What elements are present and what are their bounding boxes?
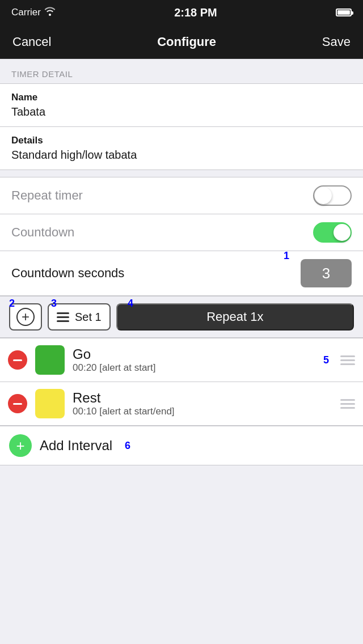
status-bar: Carrier 2:18 PM bbox=[0, 0, 363, 25]
bottom-spacer bbox=[0, 465, 363, 482]
countdown-seconds-row: Countdown seconds 1 3 bbox=[0, 251, 363, 296]
name-value[interactable]: Tabata bbox=[11, 105, 352, 118]
go-color-swatch bbox=[35, 345, 65, 375]
battery-icon bbox=[336, 9, 352, 16]
rest-name: Rest bbox=[73, 390, 321, 406]
name-row: Name Tabata bbox=[0, 84, 363, 127]
rest-color-swatch bbox=[35, 389, 65, 418]
cancel-button[interactable]: Cancel bbox=[11, 31, 52, 53]
go-info: Go 00:20 [alert at start] bbox=[73, 346, 315, 374]
set-button[interactable]: Set 1 bbox=[48, 303, 111, 331]
countdown-seconds-label: Countdown seconds bbox=[11, 266, 124, 281]
go-detail: 00:20 [alert at start] bbox=[73, 362, 315, 374]
save-button[interactable]: Save bbox=[321, 31, 352, 53]
go-name: Go bbox=[73, 346, 315, 362]
countdown-toggle[interactable] bbox=[313, 222, 352, 243]
toolbar-badge-3: 3 bbox=[51, 298, 57, 310]
timer-detail-card: Name Tabata Details Standard high/low ta… bbox=[0, 83, 363, 170]
add-interval-row: + Add Interval 6 bbox=[0, 426, 363, 465]
hamburger-icon bbox=[57, 312, 69, 322]
battery-indicator bbox=[336, 9, 352, 16]
interval-list: Go 00:20 [alert at start] 5 Rest 00:10 [… bbox=[0, 338, 363, 426]
countdown-label: Countdown bbox=[11, 225, 74, 240]
status-time: 2:18 PM bbox=[174, 6, 217, 19]
go-reorder-handle[interactable] bbox=[340, 355, 355, 365]
rest-reorder-handle[interactable] bbox=[340, 399, 355, 409]
countdown-seconds-value[interactable]: 3 bbox=[301, 259, 352, 287]
nav-title: Configure bbox=[157, 35, 216, 49]
details-label: Details bbox=[11, 135, 352, 146]
details-row: Details Standard high/low tabata bbox=[0, 127, 363, 170]
repeat-label: Repeat 1x bbox=[206, 310, 263, 324]
interval-row: Go 00:20 [alert at start] 5 bbox=[0, 338, 363, 382]
minus-icon bbox=[13, 359, 22, 361]
add-interval-button[interactable]: + bbox=[9, 434, 32, 457]
nav-bar: Cancel Configure Save bbox=[0, 25, 363, 59]
add-interval-label: Add Interval bbox=[40, 438, 112, 454]
plus-icon: + bbox=[16, 308, 35, 326]
go-badge: 5 bbox=[323, 354, 329, 366]
toolbar: 2 3 4 + Set 1 Repeat 1x bbox=[0, 296, 363, 338]
delete-rest-button[interactable] bbox=[8, 394, 27, 413]
countdown-knob bbox=[334, 224, 351, 241]
carrier-label: Carrier bbox=[11, 7, 41, 18]
interval-row: Rest 00:10 [alert at start/end] bbox=[0, 382, 363, 426]
timer-detail-header: TIMER DETAIL bbox=[0, 59, 363, 83]
repeat-button[interactable]: Repeat 1x bbox=[116, 303, 354, 331]
name-label: Name bbox=[11, 92, 352, 103]
add-interval-plus-icon: + bbox=[16, 438, 24, 453]
minus-icon bbox=[13, 403, 22, 405]
wifi-icon bbox=[44, 7, 56, 19]
repeat-timer-label: Repeat timer bbox=[11, 188, 83, 203]
toolbar-badge-4: 4 bbox=[128, 298, 133, 310]
rest-info: Rest 00:10 [alert at start/end] bbox=[73, 390, 321, 417]
repeat-timer-knob bbox=[315, 187, 332, 204]
set-label: Set 1 bbox=[75, 311, 102, 324]
add-interval-badge: 6 bbox=[125, 440, 130, 452]
delete-go-button[interactable] bbox=[8, 350, 27, 370]
countdown-seconds-badge: 1 bbox=[284, 250, 289, 262]
countdown-row: Countdown bbox=[0, 214, 363, 251]
rest-detail: 00:10 [alert at start/end] bbox=[73, 406, 321, 417]
carrier-info: Carrier bbox=[11, 7, 56, 19]
repeat-timer-toggle[interactable] bbox=[313, 185, 352, 206]
repeat-timer-row: Repeat timer bbox=[0, 177, 363, 214]
details-value[interactable]: Standard high/low tabata bbox=[11, 149, 352, 162]
toolbar-badge-2: 2 bbox=[9, 298, 15, 310]
